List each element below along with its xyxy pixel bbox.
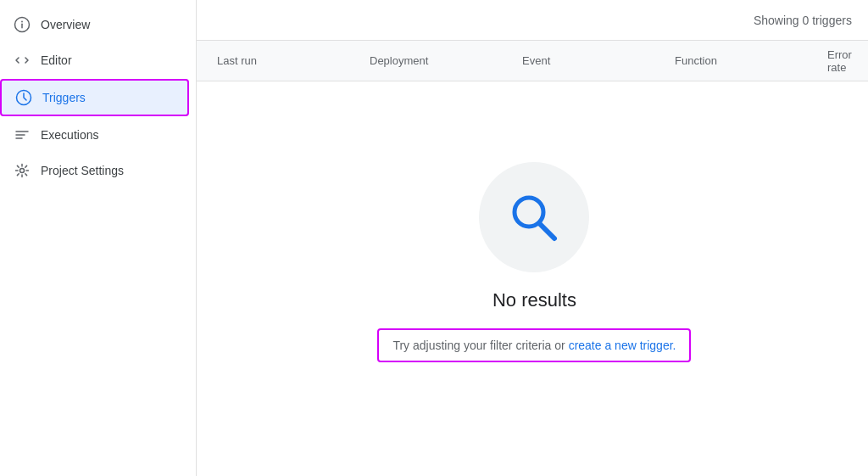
editor-icon	[14, 52, 31, 69]
sidebar: Overview Editor Triggers Executi	[0, 0, 197, 476]
empty-state: No results Try adjusting your filter cri…	[197, 81, 868, 476]
svg-point-2	[21, 21, 23, 23]
col-header-deployment: Deployment	[370, 54, 522, 67]
settings-icon	[14, 162, 31, 179]
sidebar-item-editor[interactable]: Editor	[0, 43, 189, 77]
no-results-prefix: Try adjusting your filter criteria or	[392, 339, 568, 352]
triggers-icon	[15, 89, 32, 106]
svg-rect-1	[21, 24, 23, 29]
search-illustration	[479, 162, 589, 272]
top-bar: Showing 0 triggers	[197, 0, 868, 41]
executions-icon	[14, 126, 31, 143]
sidebar-label-executions: Executions	[41, 128, 98, 142]
sidebar-item-project-settings[interactable]: Project Settings	[0, 154, 189, 188]
sidebar-label-triggers: Triggers	[42, 91, 86, 104]
col-header-event: Event	[522, 54, 675, 67]
svg-point-7	[20, 169, 25, 173]
sidebar-item-triggers[interactable]: Triggers	[0, 79, 189, 116]
col-header-last-run: Last run	[217, 54, 370, 67]
sidebar-label-overview: Overview	[41, 18, 90, 31]
sidebar-item-overview[interactable]: Overview	[0, 8, 189, 42]
svg-line-9	[539, 223, 554, 238]
info-icon	[14, 16, 31, 33]
main-content: Showing 0 triggers Last run Deployment E…	[197, 0, 868, 476]
showing-count: Showing 0 triggers	[754, 14, 852, 27]
col-header-error-rate: Error rate	[827, 48, 852, 74]
table-header: Last run Deployment Event Function Error…	[197, 41, 868, 81]
no-results-title: No results	[492, 289, 576, 311]
sidebar-item-executions[interactable]: Executions	[0, 118, 189, 152]
sidebar-label-project-settings: Project Settings	[41, 164, 124, 177]
no-results-description: Try adjusting your filter criteria or cr…	[377, 328, 691, 362]
create-trigger-link[interactable]: create a new trigger.	[569, 339, 676, 352]
magnifier-icon	[505, 188, 563, 246]
col-header-function: Function	[675, 54, 827, 67]
sidebar-label-editor: Editor	[41, 53, 72, 67]
